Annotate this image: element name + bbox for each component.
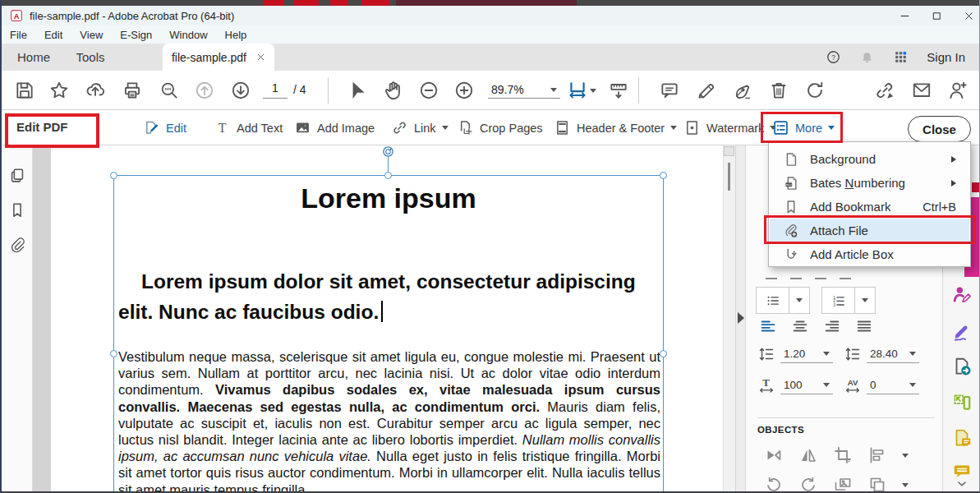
line-spacing-icon xyxy=(757,345,775,363)
attachments-icon[interactable] xyxy=(8,236,26,254)
align-justify-button[interactable] xyxy=(855,317,873,335)
flip-vertical-icon[interactable] xyxy=(764,445,784,465)
sign-in-button[interactable]: Sign In xyxy=(927,50,965,64)
selection-handle-top-right[interactable] xyxy=(660,172,667,179)
print-icon[interactable] xyxy=(122,80,143,101)
vertical-scrollbar[interactable] xyxy=(723,145,735,493)
select-tool-icon[interactable] xyxy=(347,80,368,101)
more-button[interactable]: More xyxy=(772,110,835,145)
page-fit-chevron-icon[interactable] xyxy=(590,89,596,93)
add-text-label: Add Text xyxy=(237,122,283,135)
zoom-out-icon[interactable] xyxy=(418,80,439,101)
tab-document[interactable]: file-sample.pdf xyxy=(163,44,274,71)
rotate-ccw-icon[interactable] xyxy=(764,475,784,493)
more-tools-chevron-icon[interactable] xyxy=(953,478,971,490)
align-right-button[interactable] xyxy=(823,317,841,335)
menu-item-attach-file[interactable]: Attach File xyxy=(770,219,969,242)
tab-home[interactable]: Home xyxy=(8,44,59,71)
scrollbar-thumb[interactable] xyxy=(728,163,730,191)
align-center-button[interactable] xyxy=(791,317,809,335)
tab-tools[interactable]: Tools xyxy=(66,44,115,71)
rotate-handle[interactable] xyxy=(382,145,394,158)
bookmarks-icon[interactable] xyxy=(8,201,26,219)
chevron-down-icon[interactable] xyxy=(902,483,909,487)
edit-button[interactable]: Edit xyxy=(143,110,186,145)
replace-image-icon[interactable] xyxy=(833,475,853,493)
selection-handle-mid-left[interactable] xyxy=(110,350,117,357)
header-footer-button[interactable]: Header & Footer xyxy=(554,110,677,145)
align-left-button[interactable] xyxy=(759,317,777,335)
highlighter-icon[interactable] xyxy=(696,80,717,101)
help-icon[interactable]: ? xyxy=(826,49,841,65)
apps-grid-icon[interactable] xyxy=(893,49,909,65)
flip-horizontal-icon[interactable] xyxy=(798,445,818,465)
menu-edit[interactable]: Edit xyxy=(44,29,62,41)
request-signatures-icon[interactable] xyxy=(951,283,973,305)
share-link-icon[interactable] xyxy=(874,80,895,101)
hand-tool-icon[interactable] xyxy=(383,80,404,101)
menu-file[interactable]: File xyxy=(10,29,27,41)
bell-icon[interactable] xyxy=(859,49,875,65)
chevron-down-icon[interactable] xyxy=(902,454,909,458)
menu-esign[interactable]: E-Sign xyxy=(120,29,152,41)
menu-item-add-bookmark[interactable]: Add Bookmark Ctrl+B xyxy=(770,195,969,219)
save-icon[interactable] xyxy=(14,80,35,101)
page-thumbnails-icon[interactable] xyxy=(8,167,26,185)
paragraph-spacing-select[interactable]: 28.40 xyxy=(867,345,919,363)
maximize-button[interactable] xyxy=(931,10,943,22)
watermark-button[interactable]: Watermark xyxy=(683,110,776,145)
menu-view[interactable]: View xyxy=(80,29,103,41)
export-pdf-icon[interactable] xyxy=(951,356,973,377)
measure-tool-icon[interactable] xyxy=(608,80,629,101)
menu-help[interactable]: Help xyxy=(225,29,247,41)
character-spacing-select[interactable]: 0 xyxy=(867,376,919,394)
email-icon[interactable] xyxy=(911,80,932,101)
menu-item-bates-numbering[interactable]: 012 Bates Numbering xyxy=(770,171,969,195)
close-edit-pdf-button[interactable]: Close xyxy=(908,116,971,142)
menu-item-add-article-box[interactable]: Add Article Box xyxy=(770,242,969,266)
add-text-button[interactable]: T Add Text xyxy=(214,110,283,145)
next-page-icon[interactable] xyxy=(230,80,251,101)
numbered-list-dropdown[interactable] xyxy=(855,288,875,313)
add-image-button[interactable]: Add Image xyxy=(294,110,375,145)
crop-pages-button[interactable]: Crop Pages xyxy=(457,110,543,145)
star-favorite-icon[interactable] xyxy=(48,80,70,101)
previous-page-icon[interactable] xyxy=(194,80,215,101)
selection-handle-top-left[interactable] xyxy=(110,172,117,179)
menu-item-background[interactable]: Background xyxy=(770,147,969,171)
more-list-icon xyxy=(772,119,789,136)
minimize-button[interactable] xyxy=(899,10,911,22)
selection-handle-mid-right[interactable] xyxy=(660,350,667,357)
zoom-in-icon[interactable] xyxy=(453,80,475,101)
rotate-cw-icon[interactable] xyxy=(798,475,818,493)
bulleted-list-button[interactable] xyxy=(757,288,789,313)
menu-window[interactable]: Window xyxy=(169,29,207,41)
zoom-level-select[interactable]: 89.7% xyxy=(488,81,560,99)
close-window-button[interactable] xyxy=(963,10,975,22)
rotate-pages-icon[interactable] xyxy=(804,80,826,101)
sign-pen-icon[interactable] xyxy=(732,80,753,101)
search-icon[interactable] xyxy=(159,80,180,101)
align-objects-icon[interactable] xyxy=(867,445,887,465)
page-fit-icon[interactable] xyxy=(567,80,588,101)
delete-pages-icon[interactable] xyxy=(768,80,789,101)
link-button[interactable]: Link xyxy=(391,110,449,145)
text-block-selection-box[interactable] xyxy=(113,175,664,493)
organize-pages-icon[interactable] xyxy=(951,392,973,413)
selection-handle-top-center[interactable] xyxy=(384,172,392,179)
bulleted-list-dropdown[interactable] xyxy=(789,288,809,313)
tab-close-icon[interactable] xyxy=(256,53,265,62)
page-comment-icon[interactable] xyxy=(951,427,973,449)
scroll-up-button[interactable] xyxy=(724,146,734,156)
arrange-objects-icon[interactable] xyxy=(867,475,887,493)
invite-person-icon[interactable] xyxy=(947,80,968,101)
fill-and-sign-icon[interactable] xyxy=(951,320,973,342)
line-spacing-select[interactable]: 1.20 xyxy=(780,345,833,363)
page-number-input[interactable]: 1 xyxy=(263,81,288,99)
numbered-list-button[interactable]: 123 xyxy=(822,288,855,313)
comment-icon[interactable] xyxy=(659,80,680,101)
horizontal-scale-select[interactable]: 100 xyxy=(780,376,833,394)
crop-object-icon[interactable] xyxy=(833,445,853,465)
share-upload-icon[interactable] xyxy=(85,80,106,101)
panel-expand-arrow[interactable] xyxy=(738,312,744,324)
